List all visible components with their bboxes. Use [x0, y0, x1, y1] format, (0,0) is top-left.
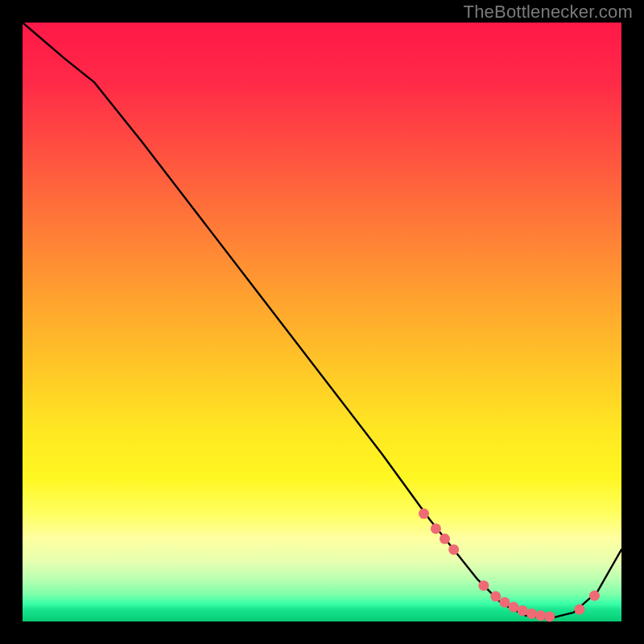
marker-dot — [448, 544, 459, 555]
marker-dot — [431, 523, 441, 534]
marker-group — [419, 509, 600, 622]
marker-dot — [574, 605, 584, 615]
marker-dot — [544, 612, 555, 622]
chart-svg — [23, 23, 621, 621]
marker-dot — [490, 591, 501, 601]
marker-dot — [419, 509, 429, 519]
chart-container: TheBottlenecker.com — [0, 0, 644, 644]
marker-dot — [509, 602, 519, 613]
marker-dot — [518, 605, 528, 616]
marker-dot — [535, 610, 546, 621]
marker-dot — [526, 609, 537, 619]
marker-dot — [478, 580, 489, 591]
bottleneck-curve — [23, 23, 621, 618]
watermark-text: TheBottlenecker.com — [464, 2, 633, 23]
marker-dot — [499, 597, 510, 608]
marker-dot — [589, 591, 600, 601]
marker-dot — [440, 534, 450, 544]
plot-area — [23, 23, 621, 621]
